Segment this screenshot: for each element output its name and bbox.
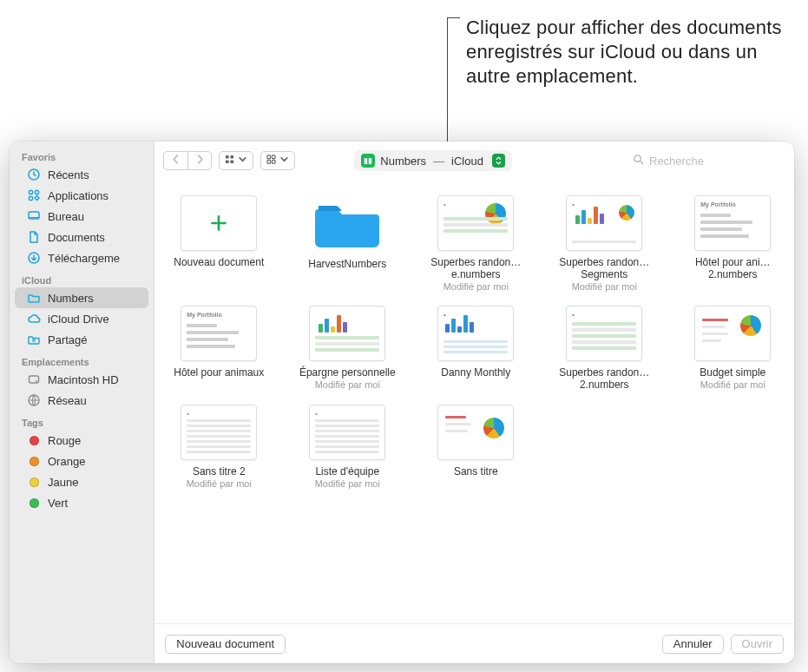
grid-item-file[interactable]: •Danny Monthly	[424, 306, 528, 391]
grid-item-file[interactable]: Épargne personnelleModifié par moi	[295, 306, 399, 391]
grid-item-subtitle: Modifié par moi	[572, 281, 637, 292]
sidebar-item-tag-orange[interactable]: Orange	[15, 451, 148, 471]
callout-line-vertical	[447, 17, 448, 158]
location-selector[interactable]: ▮▮ Numbers — iCloud	[354, 150, 512, 171]
tag-dot-icon	[27, 433, 41, 447]
grid-item-file[interactable]: •Liste d'équipeModifié par moi	[295, 405, 399, 489]
grid-item-new-document[interactable]: Nouveau document	[167, 195, 271, 292]
new-document-icon	[181, 195, 257, 251]
forward-button[interactable]	[187, 151, 212, 170]
doc-icon	[27, 230, 41, 244]
file-thumbnail: •	[437, 195, 514, 251]
grid-item-file[interactable]: •Superbes randon…2.numbers	[552, 306, 656, 391]
sidebar-section-header: iCloud	[10, 272, 154, 287]
location-app-label: Numbers	[380, 155, 426, 168]
apps-icon	[27, 188, 41, 202]
sidebar-item-label: Macintosh HD	[48, 373, 140, 386]
download-icon	[27, 251, 41, 265]
grid-item-title: Superbes randon…Segments	[552, 256, 656, 280]
sidebar-section-header: Tags	[10, 414, 154, 430]
cancel-button[interactable]: Annuler	[662, 635, 724, 654]
file-grid: Nouveau document HarvestNumbers•Superbes…	[167, 195, 782, 489]
search-icon	[633, 154, 644, 168]
folder-icon	[310, 195, 384, 253]
grid-item-file[interactable]: Budget simpleModifié par moi	[680, 306, 785, 391]
sidebar-item-downloads[interactable]: Téléchargeme	[15, 247, 148, 268]
svg-rect-15	[267, 155, 271, 159]
grid-view-icon	[225, 155, 234, 167]
sidebar-item-label: Applications	[48, 189, 140, 202]
network-icon	[27, 393, 41, 407]
sidebar: FavorisRécentsApplicationsBureauDocument…	[10, 142, 154, 663]
sidebar-item-network[interactable]: Réseau	[15, 390, 148, 411]
back-button[interactable]	[163, 151, 187, 170]
grid-item-file[interactable]: •Superbes randon…e.numbersModifié par mo…	[424, 195, 528, 292]
tag-dot-icon	[27, 454, 41, 468]
search-field[interactable]	[629, 151, 785, 170]
grid-item-file[interactable]: My PortfolioHôtel pour ani…2.numbers	[680, 195, 785, 292]
grid-item-title: Épargne personnelle	[299, 366, 396, 379]
grid-item-file[interactable]: Sans titre	[424, 405, 528, 489]
location-separator: —	[431, 155, 446, 168]
group-button[interactable]	[260, 151, 295, 170]
grid-item-title: Budget simple	[700, 366, 765, 379]
clock-icon	[27, 168, 41, 181]
file-browser-window: FavorisRécentsApplicationsBureauDocument…	[10, 142, 794, 663]
tag-dot-icon	[27, 496, 41, 510]
sidebar-item-desktop[interactable]: Bureau	[15, 206, 148, 227]
disk-icon	[27, 372, 41, 386]
svg-rect-13	[226, 160, 229, 163]
desktop-icon	[27, 209, 41, 223]
sidebar-item-label: iCloud Drive	[48, 313, 140, 326]
file-thumbnail: My Portfolio	[181, 306, 257, 361]
group-icon	[266, 155, 276, 167]
sidebar-item-iclouddrive[interactable]: iCloud Drive	[15, 308, 148, 329]
sidebar-section-header: Favoris	[10, 148, 154, 164]
footer-bar: Nouveau document Annuler Ouvrir	[154, 623, 794, 663]
svg-rect-18	[273, 160, 276, 163]
grid-item-title: Superbes randon…e.numbers	[424, 256, 528, 280]
toolbar: ▮▮ Numbers — iCloud	[154, 142, 794, 180]
svg-rect-2	[36, 191, 39, 194]
sidebar-item-shared[interactable]: Partagé	[15, 329, 148, 350]
grid-item-title: Hôtel pour animaux	[174, 366, 264, 379]
search-input[interactable]	[649, 155, 785, 168]
grid-item-title: Nouveau document	[174, 256, 264, 268]
view-mode-button[interactable]	[219, 151, 253, 170]
svg-rect-8	[30, 376, 39, 383]
grid-item-subtitle: Modifié par moi	[700, 379, 765, 390]
sidebar-item-macintoshhd[interactable]: Macintosh HD	[15, 369, 148, 390]
grid-item-file[interactable]: •Superbes randon…SegmentsModifié par moi	[552, 195, 656, 292]
sidebar-item-documents[interactable]: Documents	[15, 227, 148, 247]
sidebar-item-recents[interactable]: Récents	[15, 164, 148, 185]
sidebar-item-tag-red[interactable]: Rouge	[15, 430, 148, 451]
sidebar-item-apps[interactable]: Applications	[15, 185, 148, 206]
grid-item-folder[interactable]: HarvestNumbers	[295, 195, 399, 292]
grid-item-title: Liste d'équipe	[315, 465, 379, 478]
sidebar-item-tag-green[interactable]: Vert	[15, 492, 148, 513]
chevron-down-icon	[238, 155, 247, 167]
main-column: ▮▮ Numbers — iCloud Nouvea	[154, 142, 794, 663]
grid-item-subtitle: Modifié par moi	[315, 379, 380, 390]
grid-item-title: HarvestNumbers	[308, 258, 386, 270]
folder-icon	[27, 291, 41, 305]
grid-item-title: Superbes randon…2.numbers	[552, 366, 656, 391]
svg-rect-12	[231, 155, 234, 159]
svg-rect-17	[267, 160, 271, 163]
svg-rect-16	[273, 155, 276, 159]
svg-point-7	[33, 339, 36, 342]
grid-item-file[interactable]: My PortfolioHôtel pour animaux	[167, 306, 271, 391]
grid-item-file[interactable]: •Sans titre 2Modifié par moi	[167, 405, 271, 489]
shared-icon	[27, 333, 41, 346]
sidebar-item-label: Documents	[48, 231, 140, 244]
svg-line-20	[640, 161, 643, 164]
sidebar-item-label: Partagé	[48, 333, 140, 346]
open-button[interactable]: Ouvrir	[731, 635, 784, 654]
file-thumbnail: My Portfolio	[694, 195, 771, 251]
sidebar-item-numbers[interactable]: Numbers	[15, 287, 148, 308]
sidebar-item-tag-yellow[interactable]: Jaune	[15, 471, 148, 492]
location-place-label: iCloud	[451, 155, 483, 168]
file-grid-scroll[interactable]: Nouveau document HarvestNumbers•Superbes…	[154, 180, 794, 623]
file-thumbnail: •	[309, 405, 385, 460]
new-document-button[interactable]: Nouveau document	[165, 635, 286, 654]
